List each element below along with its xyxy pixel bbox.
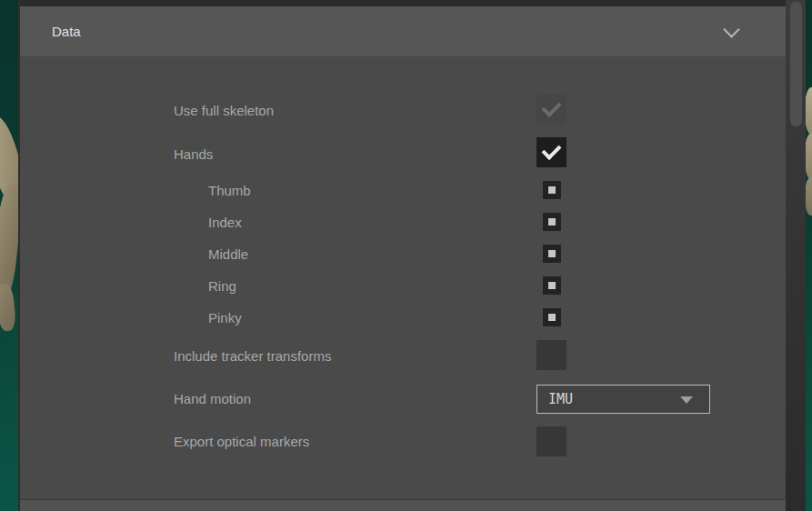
ring-label: Ring (208, 276, 236, 296)
pinky-label: Pinky (208, 308, 242, 328)
hand-model-fragment (805, 134, 812, 179)
data-settings-panel: Data Use full skeleton Hands Thumb Index… (18, 0, 804, 511)
include-tracker-transforms-label: Include tracker transforms (174, 346, 331, 366)
scrollbar-track[interactable] (786, 0, 806, 511)
hands-checkbox[interactable] (536, 137, 566, 167)
hand-model-fragment (805, 177, 812, 215)
scrollbar-thumb[interactable] (790, 2, 802, 126)
section-body: Use full skeleton Hands Thumb Index Midd… (20, 56, 804, 499)
pinky-checkbox[interactable] (543, 308, 561, 326)
hand-motion-dropdown[interactable]: IMU (536, 385, 710, 414)
index-label: Index (208, 213, 242, 233)
index-checkbox[interactable] (543, 213, 561, 231)
use-full-skeleton-checkbox (536, 95, 566, 125)
middle-label: Middle (208, 245, 248, 265)
hand-model-fragment (805, 87, 812, 135)
include-tracker-transforms-checkbox[interactable] (536, 340, 566, 370)
thumb-label: Thumb (208, 181, 251, 201)
previous-section-edge (20, 0, 804, 6)
section-title: Data (52, 6, 81, 56)
hand-motion-value: IMU (548, 386, 573, 413)
use-full-skeleton-label: Use full skeleton (174, 101, 274, 121)
viewport-3d-left[interactable] (0, 0, 18, 511)
thumb-checkbox[interactable] (543, 181, 561, 199)
export-optical-markers-checkbox[interactable] (536, 426, 566, 456)
hand-model-fragment (0, 283, 16, 331)
hands-label: Hands (174, 145, 213, 165)
chevron-down-icon[interactable] (723, 21, 739, 37)
ring-checkbox[interactable] (543, 276, 561, 295)
export-optical-markers-label: Export optical markers (174, 432, 309, 452)
middle-checkbox[interactable] (543, 245, 561, 263)
hand-motion-label: Hand motion (174, 389, 251, 409)
next-section-header-edge[interactable] (20, 499, 804, 511)
settings-window: Data Use full skeleton Hands Thumb Index… (0, 0, 812, 511)
section-header-data[interactable]: Data (20, 6, 804, 56)
dropdown-arrow-icon (680, 396, 693, 404)
